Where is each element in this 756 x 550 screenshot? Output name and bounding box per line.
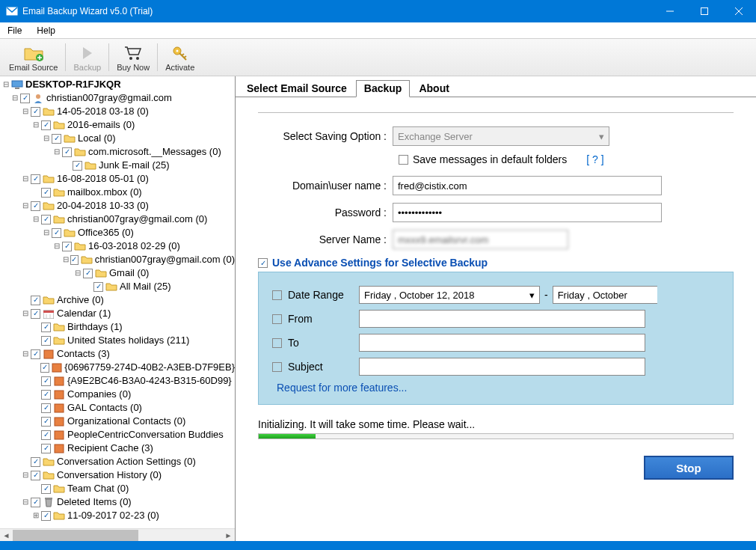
close-button[interactable]: [722, 0, 756, 22]
tree-item[interactable]: Local (0): [78, 132, 116, 145]
from-input[interactable]: [359, 310, 645, 328]
tree-item[interactable]: Gmail (0): [109, 266, 149, 280]
tree-item[interactable]: christian007gray@gmail.com (0): [95, 253, 235, 266]
tree-item[interactable]: Recipient Cache (3): [67, 441, 153, 455]
tree-item[interactable]: Conversation History (0): [57, 468, 162, 482]
advance-settings-checkbox[interactable]: [258, 258, 268, 268]
tree-item[interactable]: {A9E2BC46-B3A0-4243-B315-60D99}: [67, 374, 232, 388]
svg-rect-20: [55, 391, 64, 399]
tree-checkbox[interactable]: [20, 94, 30, 103]
tree-item[interactable]: 14-05-2018 03-18 (0): [57, 105, 149, 118]
tree-item[interactable]: Companies (0): [67, 388, 131, 401]
subject-checkbox[interactable]: [272, 362, 282, 372]
svg-rect-21: [55, 404, 64, 412]
email-source-button[interactable]: Email Source: [3, 40, 64, 74]
subject-input[interactable]: [359, 358, 645, 376]
help-link[interactable]: [ ? ]: [586, 153, 603, 165]
stop-button[interactable]: Stop: [644, 456, 734, 480]
menu-help[interactable]: Help: [29, 23, 63, 38]
menubar: File Help: [0, 22, 756, 39]
folder-plus-icon: [23, 43, 44, 63]
statusbar: [0, 541, 756, 550]
date-from-picker[interactable]: Friday , October 12, 2018▾: [359, 286, 540, 304]
tab-backup[interactable]: Backup: [356, 80, 411, 97]
svg-point-6: [129, 57, 132, 60]
advance-settings-box: Date Range Friday , October 12, 2018▾ - …: [258, 272, 734, 405]
app-icon: [6, 5, 18, 17]
backup-button[interactable]: Backup: [67, 40, 107, 74]
tree-item[interactable]: {06967759-274D-40B2-A3EB-D7F9EB}: [64, 361, 235, 374]
tree-item[interactable]: Organizational Contacts (0): [67, 415, 185, 428]
tree-item[interactable]: Calendar (1): [57, 307, 111, 320]
server-input[interactable]: [393, 230, 568, 249]
tree-item[interactable]: com.microsoft.__Messages (0): [88, 145, 221, 159]
saving-option-combo[interactable]: Exchange Server ▾: [393, 126, 609, 146]
titlebar: Email Backup Wizard v5.0 (Trial): [0, 0, 756, 22]
tree-item[interactable]: Conversation Action Settings (0): [57, 455, 196, 468]
password-input[interactable]: [393, 203, 662, 222]
tab-about[interactable]: About: [411, 80, 457, 97]
contacts-icon: [43, 349, 55, 359]
progress-bar: [258, 433, 734, 439]
buy-now-label: Buy Now: [117, 63, 150, 72]
key-icon: [171, 43, 189, 63]
activate-button[interactable]: Activate: [159, 40, 200, 74]
folder-icon: [43, 106, 55, 117]
tree-item[interactable]: Office365 (0): [78, 226, 134, 239]
tree-item[interactable]: PeopleCentricConversation Buddies: [67, 428, 224, 441]
folder-tree[interactable]: ⊟DESKTOP-R1FJKQR ⊟christian007gray@gmail…: [0, 76, 236, 541]
svg-rect-2: [701, 8, 708, 15]
tree-item[interactable]: United States holidays (211): [67, 334, 189, 347]
chevron-down-icon: ▾: [599, 131, 604, 142]
tree-item[interactable]: Deleted Items (0): [57, 495, 132, 509]
window-title: Email Backup Wizard v5.0 (Trial): [22, 6, 653, 16]
computer-icon: [11, 79, 23, 90]
tree-item[interactable]: christian007gray@gmail.com: [46, 91, 172, 105]
svg-point-7: [136, 57, 139, 60]
to-input[interactable]: [359, 334, 645, 352]
date-range-label: Date Range: [288, 289, 359, 301]
activate-label: Activate: [165, 63, 194, 72]
tab-select-email-source[interactable]: Select Email Source: [239, 80, 355, 97]
tree-item[interactable]: 11-09-2017 02-23 (0): [67, 509, 159, 522]
svg-rect-14: [43, 311, 54, 313]
tree-item[interactable]: mailbox.mbox (0): [67, 186, 142, 199]
tree-root[interactable]: DESKTOP-R1FJKQR: [25, 78, 121, 91]
trash-icon: [43, 497, 55, 507]
tree-item[interactable]: Archive (0): [57, 293, 104, 307]
tree-item[interactable]: 16-03-2018 02-29 (0): [88, 239, 180, 253]
tree-item[interactable]: Birthdays (1): [67, 320, 123, 334]
svg-rect-25: [45, 498, 52, 499]
status-text: Initializing. It will take some time. Pl…: [258, 418, 734, 430]
tree-item[interactable]: christian007gray@gmail.com (0): [67, 213, 207, 226]
svg-rect-24: [55, 444, 64, 453]
chevron-down-icon: ▾: [529, 290, 535, 301]
saving-option-label: Select Saving Option :: [258, 130, 393, 142]
save-default-checkbox[interactable]: [399, 155, 408, 165]
date-range-checkbox[interactable]: [272, 290, 282, 300]
from-checkbox[interactable]: [272, 314, 282, 324]
to-label: To: [288, 337, 359, 349]
from-label: From: [288, 313, 359, 325]
tree-item[interactable]: 16-08-2018 05-01 (0): [57, 172, 149, 186]
svg-rect-10: [12, 81, 22, 87]
tree-item[interactable]: Team Chat (0): [67, 482, 129, 495]
maximize-button[interactable]: [687, 0, 722, 22]
to-checkbox[interactable]: [272, 338, 282, 348]
horizontal-scrollbar[interactable]: ◄►: [0, 528, 235, 541]
date-to-picker[interactable]: Friday , October: [553, 286, 657, 304]
minimize-button[interactable]: [653, 0, 687, 22]
tree-item[interactable]: GAL Contacts (0): [67, 401, 142, 415]
tree-item[interactable]: Contacts (3): [57, 347, 110, 361]
tree-item[interactable]: 2016-emails (0): [67, 118, 135, 132]
buy-now-button[interactable]: Buy Now: [111, 40, 156, 74]
svg-rect-19: [55, 377, 64, 385]
tree-item[interactable]: 20-04-2018 10-33 (0): [57, 199, 149, 213]
menu-file[interactable]: File: [0, 23, 29, 38]
tree-item[interactable]: Junk E-mail (25): [99, 159, 170, 172]
subject-label: Subject: [288, 361, 359, 373]
domain-input[interactable]: [393, 176, 662, 195]
request-features-link[interactable]: Request for more features...: [277, 382, 719, 394]
tree-item[interactable]: All Mail (25): [120, 280, 171, 293]
email-source-label: Email Source: [9, 63, 58, 72]
